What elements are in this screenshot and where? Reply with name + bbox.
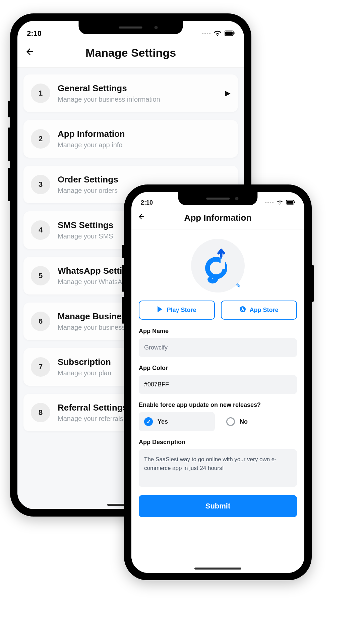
header: App Information: [131, 209, 304, 229]
radio-unchecked-icon: [226, 417, 235, 426]
svg-rect-5: [294, 201, 295, 203]
appname-label: App Name: [139, 328, 297, 335]
forceupdate-label: Enable force app update on new releases?: [139, 401, 297, 409]
submit-button[interactable]: Submit: [139, 495, 297, 517]
appcolor-label: App Color: [139, 365, 297, 372]
screen: 2:10 App Information: [131, 192, 304, 573]
radio-no[interactable]: No: [221, 412, 297, 431]
notch: [79, 21, 183, 34]
side-button: [8, 168, 10, 201]
appname-input[interactable]: [139, 338, 297, 357]
settings-item-general[interactable]: 1 General Settings Manage your business …: [23, 74, 238, 112]
battery-icon: [286, 199, 295, 206]
notch: [178, 192, 257, 205]
svg-rect-4: [287, 201, 293, 204]
page-title: Manage Settings: [25, 46, 237, 59]
play-store-icon: [157, 306, 163, 314]
item-number: 5: [31, 266, 50, 285]
side-button: [122, 297, 124, 324]
desc-label: App Description: [139, 439, 297, 446]
app-logo[interactable]: ✎: [191, 239, 245, 292]
item-title: Order Settings: [58, 174, 231, 185]
play-store-label: Play Store: [167, 307, 196, 314]
edit-icon[interactable]: ✎: [233, 281, 243, 290]
item-number: 4: [31, 220, 50, 240]
check-icon: ✓: [144, 417, 153, 426]
item-number: 7: [31, 357, 50, 377]
settings-item-appinfo[interactable]: 2 App Information Manage your app info: [23, 120, 238, 158]
item-number: 6: [31, 312, 50, 331]
page-title: App Information: [137, 213, 298, 223]
play-store-button[interactable]: Play Store: [139, 301, 215, 320]
item-number: 8: [31, 403, 50, 422]
side-button: [8, 101, 10, 117]
item-number: 2: [31, 129, 50, 149]
appcolor-input[interactable]: [139, 375, 297, 394]
appinfo-body: ✎ Play Store App Store App Name: [131, 229, 304, 573]
radio-yes-label: Yes: [158, 418, 168, 425]
phone-front: 2:10 App Information: [124, 184, 312, 580]
radio-no-label: No: [240, 418, 248, 425]
item-subtitle: Manage your business information: [58, 96, 218, 103]
svg-rect-1: [225, 32, 233, 35]
wifi-icon: [277, 199, 283, 206]
side-button: [312, 265, 314, 302]
chevron-right-icon: ▶: [225, 89, 231, 98]
item-number: 1: [31, 84, 50, 103]
item-title: General Settings: [58, 83, 218, 94]
home-indicator: [194, 568, 241, 570]
app-store-button[interactable]: App Store: [221, 301, 297, 320]
radio-yes[interactable]: ✓ Yes: [139, 412, 215, 431]
item-number: 3: [31, 175, 50, 194]
side-button: [122, 265, 124, 292]
battery-icon: [225, 29, 235, 38]
status-time: 2:10: [141, 199, 153, 206]
svg-rect-2: [234, 32, 235, 34]
app-store-label: App Store: [249, 307, 278, 314]
status-time: 2:10: [27, 29, 42, 38]
submit-label: Submit: [205, 502, 231, 510]
app-store-icon: [239, 306, 246, 314]
svg-rect-7: [221, 259, 225, 269]
wifi-icon: [214, 29, 221, 38]
desc-textarea[interactable]: [139, 449, 297, 487]
item-title: App Information: [58, 129, 231, 139]
side-button: [122, 245, 124, 258]
header: Manage Settings: [17, 40, 244, 68]
side-button: [8, 127, 10, 161]
item-subtitle: Manage your app info: [58, 141, 231, 149]
